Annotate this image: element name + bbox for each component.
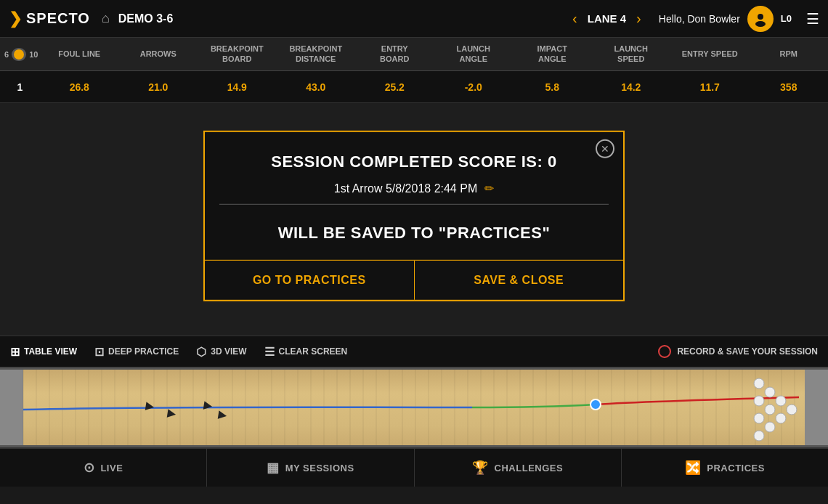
menu-icon[interactable]: ☰ — [806, 10, 819, 28]
cell-foul-line: 26.8 — [40, 81, 119, 93]
cell-impact-angle: 5.8 — [513, 81, 592, 93]
col-breakpoint-distance: BREAKPOINTDISTANCE — [277, 41, 356, 66]
modal-close-button[interactable]: ✕ — [596, 139, 614, 158]
col-breakpoint-board: BREAKPOINTBOARD — [198, 41, 277, 66]
prev-lane-arrow[interactable]: ‹ — [572, 10, 577, 27]
cell-launch-speed: 14.2 — [592, 81, 671, 93]
deep-practice-icon: ⊡ — [94, 345, 104, 359]
col-impact-angle: IMPACTANGLE — [513, 41, 592, 66]
toggle-switch[interactable] — [12, 48, 26, 61]
nav-my-sessions[interactable]: ▦ MY SESSIONS — [207, 449, 414, 487]
lane-canvas — [0, 370, 828, 447]
table-header: 6 10 FOUL LINE ARROWS BREAKPOINTBOARD BR… — [0, 38, 828, 71]
col-rpm: RPM — [750, 46, 829, 62]
main-area: ✕ SESSION COMPLETED SCORE IS: 0 1st Arro… — [0, 103, 828, 336]
cell-breakpoint-distance: 43.0 — [277, 81, 356, 93]
clear-screen-button[interactable]: ☰ CLEAR SCREEN — [264, 345, 348, 359]
session-complete-modal: ✕ SESSION COMPLETED SCORE IS: 0 1st Arro… — [203, 131, 625, 301]
practices-icon: 🔀 — [685, 460, 702, 476]
lane-label: LANE 4 — [588, 12, 626, 25]
header: ❯ SPECTO ⌂ DEMO 3-6 ‹ LANE 4 › Hello, Do… — [0, 0, 828, 38]
logo-text: SPECTO — [26, 10, 90, 27]
col-launch-angle: LAUNCHANGLE — [434, 41, 514, 66]
logo: ❯ SPECTO — [9, 9, 90, 28]
challenges-icon: 🏆 — [472, 460, 489, 476]
record-label: RECORD & SAVE YOUR SESSION — [677, 346, 818, 357]
svg-point-0 — [758, 14, 763, 20]
nav-live[interactable]: ⊙ LIVE — [0, 449, 207, 487]
user-info: Hello, Don Bowler L0 — [659, 6, 792, 32]
3d-view-label: 3D VIEW — [211, 346, 246, 357]
nav-challenges[interactable]: 🏆 CHALLENGES — [415, 449, 622, 487]
modal-subtitle: 1st Arrow 5/8/2018 2:44 PM ✏ — [205, 182, 623, 204]
col-launch-speed: LAUNCHSPEED — [592, 41, 671, 66]
logo-icon: ❯ — [9, 9, 22, 28]
row-number: 1 — [0, 81, 40, 93]
go-to-practices-button[interactable]: GO TO PRACTICES — [205, 261, 415, 300]
cell-entry-board: 25.2 — [355, 81, 434, 93]
table-view-button[interactable]: ⊞ TABLE VIEW — [10, 345, 77, 359]
cell-breakpoint-board: 14.9 — [198, 81, 277, 93]
col-arrows: ARROWS — [119, 46, 198, 62]
svg-point-1 — [755, 21, 766, 27]
modal-actions: GO TO PRACTICES SAVE & CLOSE — [205, 260, 623, 300]
bottom-toolbar: ⊞ TABLE VIEW ⊡ DEEP PRACTICE ⬡ 3D VIEW ☰… — [0, 336, 828, 367]
table-row: 1 26.8 21.0 14.9 43.0 25.2 -2.0 5.8 14.2… — [0, 71, 828, 103]
deep-practice-button[interactable]: ⊡ DEEP PRACTICE — [94, 345, 179, 359]
clear-screen-label: CLEAR SCREEN — [279, 346, 348, 357]
modal-title: SESSION COMPLETED SCORE IS: 0 — [205, 132, 623, 182]
nav-practices-label: PRACTICES — [707, 463, 765, 473]
next-lane-arrow[interactable]: › — [636, 10, 641, 27]
user-greeting: Hello, Don Bowler — [659, 13, 740, 25]
home-icon[interactable]: ⌂ — [102, 11, 110, 26]
record-icon — [658, 345, 671, 358]
cell-launch-angle: -2.0 — [434, 81, 514, 93]
modal-divider — [219, 204, 609, 205]
edit-icon[interactable]: ✏ — [484, 182, 494, 195]
table-view-label: TABLE VIEW — [24, 346, 77, 357]
nav-challenges-label: CHALLENGES — [495, 463, 564, 473]
deep-practice-label: DEEP PRACTICE — [108, 346, 179, 357]
live-icon: ⊙ — [84, 460, 95, 476]
clear-screen-icon: ☰ — [264, 345, 275, 359]
cell-rpm: 358 — [750, 81, 829, 93]
user-avatar[interactable] — [747, 6, 774, 32]
toggle-dot — [14, 49, 24, 60]
avatar-icon — [752, 11, 768, 27]
3d-view-button[interactable]: ⬡ 3D VIEW — [196, 345, 246, 359]
save-close-button[interactable]: SAVE & CLOSE — [415, 261, 624, 300]
nav-practices[interactable]: 🔀 PRACTICES — [622, 449, 828, 487]
modal-save-text: WILL BE SAVED TO "PRACTICES" — [205, 218, 623, 260]
nav-my-sessions-label: MY SESSIONS — [285, 463, 354, 473]
lane-nav: ‹ LANE 4 › — [572, 10, 641, 27]
col-entry-speed: ENTRY SPEED — [670, 46, 750, 62]
bottom-nav: ⊙ LIVE ▦ MY SESSIONS 🏆 CHALLENGES 🔀 PRAC… — [0, 447, 828, 487]
my-sessions-icon: ▦ — [267, 460, 280, 476]
nav-live-label: LIVE — [100, 463, 123, 473]
toggle-max: 10 — [29, 50, 38, 59]
3d-view-icon: ⬡ — [196, 345, 206, 359]
demo-title: DEMO 3-6 — [118, 12, 174, 25]
toggle-control[interactable]: 6 10 — [0, 48, 40, 61]
cell-entry-speed: 11.7 — [670, 81, 750, 93]
col-foul-line: FOUL LINE — [40, 46, 119, 62]
record-session-button[interactable]: RECORD & SAVE YOUR SESSION — [658, 345, 818, 358]
col-entry-board: ENTRYBOARD — [355, 41, 434, 66]
toggle-min: 6 — [4, 50, 9, 59]
lane-visualization — [0, 367, 828, 447]
level-badge: L0 — [781, 13, 792, 24]
table-view-icon: ⊞ — [10, 345, 20, 359]
cell-arrows: 21.0 — [119, 81, 198, 93]
